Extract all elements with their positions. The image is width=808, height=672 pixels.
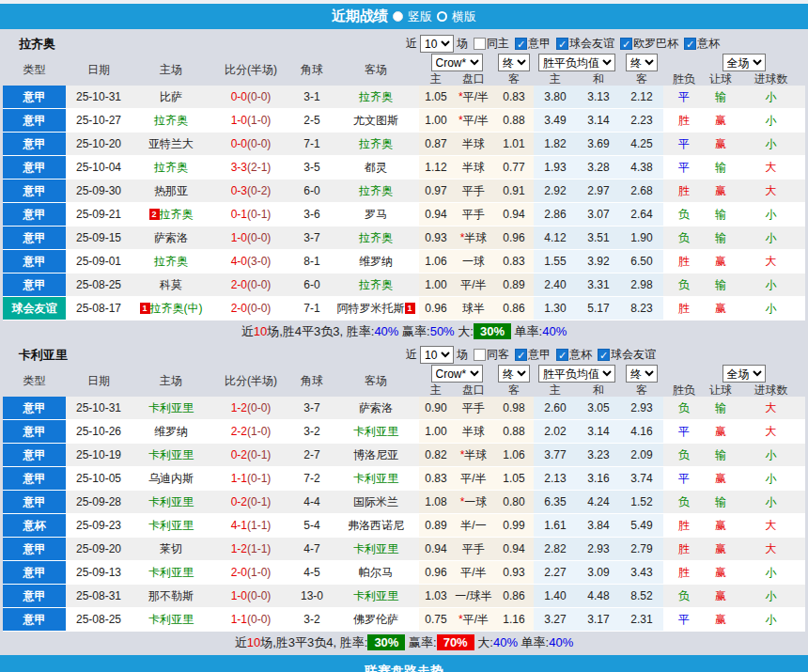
away-team-cell[interactable]: 卡利亚里 [333,585,419,608]
home-team-cell[interactable]: 卡利亚里 [132,608,210,632]
same-venue-label[interactable]: 同主 [487,36,509,52]
league-label[interactable]: 欧罗巴杯 [633,36,678,52]
away-team-cell[interactable]: 佛罗伦萨 [333,608,419,632]
match-type-cell: 意甲 [3,467,66,491]
score-cell: 0-3(0-2) [210,180,291,203]
home-team-cell[interactable]: 2拉齐奥 [132,203,210,227]
match-count-select[interactable]: 10 [420,346,454,364]
league-checkbox[interactable]: ✓ [620,38,632,50]
away-team-name: 阿特罗米托斯 [337,302,405,315]
league-label[interactable]: 意甲 [528,36,551,52]
league-checkbox[interactable]: ✓ [515,349,527,361]
scope-select[interactable]: 全场 [723,365,766,383]
away-team-cell[interactable]: 拉齐奥 [333,227,419,250]
away-team-cell[interactable]: 卡利亚里 [333,538,419,561]
wdl-stage-select[interactable]: 终 [626,365,658,383]
odds-stage-select[interactable]: 终 [498,54,530,71]
away-team-cell[interactable]: 卡利亚里 [333,467,419,491]
home-team-cell[interactable]: 科莫 [132,273,210,297]
match-date-cell: 25-09-20 [66,538,132,561]
home-team-cell[interactable]: 亚特兰大 [132,133,210,156]
summary-text: 10 [254,324,267,338]
handicap-result-cell: 赢 [705,180,737,203]
home-team-cell[interactable]: 莱切 [132,538,210,561]
league-label[interactable]: 意杯 [569,347,592,363]
away-team-cell[interactable]: 尤文图斯 [333,109,419,133]
league-checkbox[interactable]: ✓ [556,38,568,50]
handicap-result-cell: 赢 [705,514,737,538]
horizontal-radio[interactable] [437,11,447,22]
match-type-cell: 意甲 [3,608,66,632]
home-team-cell[interactable]: 卡利亚里 [132,561,210,585]
home-team-cell[interactable]: 那不勒斯 [132,585,210,608]
league-checkbox[interactable]: ✓ [515,38,527,50]
summary-line: 近10场,胜4平3负3, 胜率:40% 赢率:50% 大:30% 单率:40% [3,320,805,342]
away-team-cell[interactable]: 拉齐奥 [333,273,419,297]
away-team-cell[interactable]: 拉齐奥 [333,133,419,156]
home-team-cell[interactable]: 比萨 [132,86,210,109]
goals-result-cell: 小 [737,297,805,320]
home-team-cell[interactable]: 卡利亚里 [132,491,210,514]
table-row: 意甲25-10-27拉齐奥1-0(1-0)2-5尤文图斯1.00*平/半0.88… [3,109,805,133]
home-team-cell[interactable]: 维罗纳 [132,420,210,444]
home-team-cell[interactable]: 拉齐奥 [132,109,210,133]
handicap-cell: *平/半 [453,608,494,632]
league-checkbox[interactable]: ✓ [556,349,568,361]
home-team-cell[interactable]: 拉齐奥 [132,250,210,273]
league-label[interactable]: 球会友谊 [611,347,656,363]
away-team-cell[interactable]: 都灵 [333,156,419,180]
goals-result-cell: 大 [737,514,805,538]
vertical-radio[interactable] [393,11,403,22]
odds-company-select[interactable]: Crow* [431,365,483,383]
halftime-score: (1-1) [247,542,271,555]
odds-stage-select[interactable]: 终 [498,365,530,383]
away-team-cell[interactable]: 阿特罗米托斯1 [333,297,419,320]
fulltime-score: 3-3 [231,161,247,174]
odds-company-select[interactable]: Crow* [431,54,483,71]
away-team-cell[interactable]: 萨索洛 [333,397,419,420]
vertical-label[interactable]: 竖版 [408,8,432,25]
home-team-cell[interactable]: 萨索洛 [132,227,210,250]
away-team-cell[interactable]: 拉齐奥 [333,86,419,109]
corner-cell: 5-4 [291,514,333,538]
match-count-select[interactable]: 10 [420,35,454,53]
lose-odds-cell: 3.43 [620,561,663,585]
league-checkbox[interactable]: ✓ [684,38,696,50]
match-type-cell: 意甲 [3,250,66,273]
home-team-cell[interactable]: 热那亚 [132,180,210,203]
next-section-title: 联赛盘路走势 [0,664,808,672]
lose-odds-cell: 3.74 [620,467,663,491]
away-team-cell[interactable]: 帕尔马 [333,561,419,585]
wdl-mode-select[interactable]: 胜平负均值 [538,54,615,71]
same-venue-checkbox[interactable] [474,349,486,361]
away-team-cell[interactable]: 罗马 [333,203,419,227]
same-venue-label[interactable]: 同客 [487,347,509,363]
away-team-cell[interactable]: 弗洛西诺尼 [333,514,419,538]
home-team-cell[interactable]: 1拉齐奥(中) [132,297,210,320]
home-team-cell[interactable]: 卡利亚里 [132,397,210,420]
corner-cell: 4-5 [291,561,333,585]
league-label[interactable]: 意甲 [528,347,551,363]
match-type-cell: 意甲 [3,156,66,180]
home-team-cell[interactable]: 乌迪内斯 [132,467,210,491]
handicap-cell: *平/半 [453,86,494,109]
home-team-cell[interactable]: 拉齐奥 [132,156,210,180]
home-odds-cell: 0.93 [419,227,453,250]
away-team-cell[interactable]: 维罗纳 [333,250,419,273]
league-label[interactable]: 意杯 [697,36,720,52]
home-team-cell[interactable]: 卡利亚里 [132,514,210,538]
away-team-cell[interactable]: 卡利亚里 [333,420,419,444]
away-team-cell[interactable]: 国际米兰 [333,491,419,514]
league-label[interactable]: 球会友谊 [569,36,614,52]
same-venue-checkbox[interactable] [474,38,486,50]
wdl-mode-select[interactable]: 胜平负均值 [538,365,615,383]
away-team-cell[interactable]: 拉齐奥 [333,180,419,203]
league-checkbox[interactable]: ✓ [598,349,610,361]
home-team-cell[interactable]: 卡利亚里 [132,444,210,467]
match-date-cell: 25-10-19 [66,444,132,467]
scope-select[interactable]: 全场 [723,54,766,71]
team-name: 拉齐奥 [19,36,55,53]
away-team-cell[interactable]: 博洛尼亚 [333,444,419,467]
wdl-stage-select[interactable]: 终 [626,54,658,71]
horizontal-label[interactable]: 横版 [452,8,476,25]
